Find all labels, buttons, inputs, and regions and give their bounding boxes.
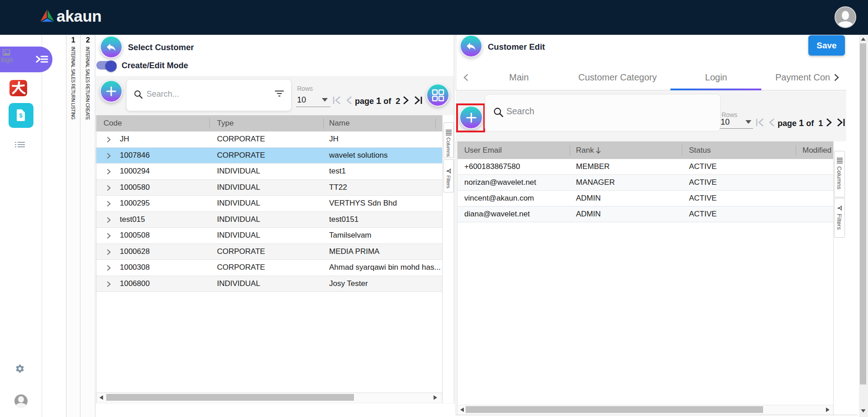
- svg-text:$: $: [19, 112, 23, 119]
